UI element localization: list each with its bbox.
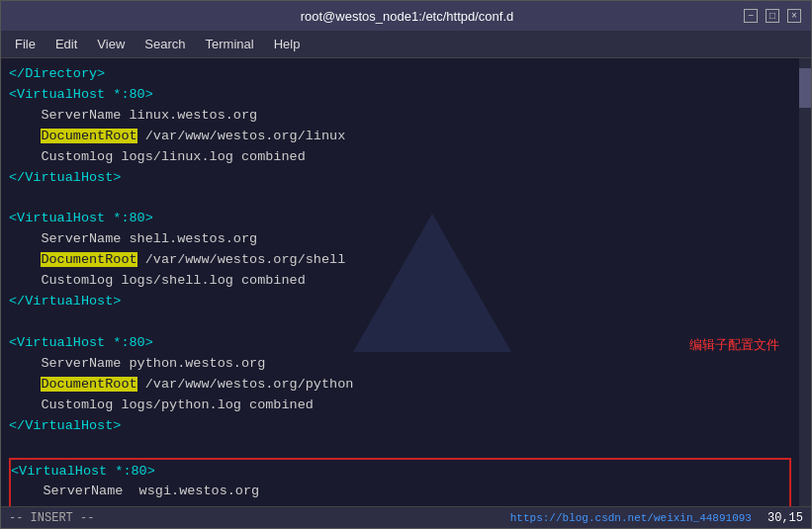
scrollbar-thumb[interactable] [799,68,811,108]
line-1: </Directory> [9,64,791,85]
menu-file[interactable]: File [7,35,44,53]
line-11: </VirtualHost> [9,292,791,312]
minimize-button[interactable]: − [744,9,758,23]
annotation-label: 编辑子配置文件 [689,336,779,354]
line-10: Customlog logs/shell.log combined [9,271,791,292]
status-url: https://blog.csdn.net/weixin_44891093 [510,512,752,524]
line-5: Customlog logs/linux.log combined [9,147,791,168]
line-blank-1 [9,189,791,210]
menu-terminal[interactable]: Terminal [198,35,262,53]
line-15: Customlog logs/python.log combined [9,396,791,416]
red-line-2: ServerName wsgi.westos.org [11,482,789,502]
line-14: DocumentRoot /var/www/westos.org/python [9,375,791,396]
title-bar: root@westos_node1:/etc/httpd/conf.d − □ … [1,1,811,31]
scrollbar[interactable] [799,58,811,506]
line-blank-3 [9,437,791,458]
menu-search[interactable]: Search [136,35,193,53]
terminal-body[interactable]: </Directory> <VirtualHost *:80> ServerNa… [1,58,811,506]
line-6: </VirtualHost> [9,168,791,189]
status-position: 30,15 [767,511,803,525]
status-bar: -- INSERT -- https://blog.csdn.net/weixi… [1,506,811,528]
line-8: ServerName shell.westos.org [9,229,791,250]
red-line-3: WSGIScriptAlias / /var/www/html/wsgi/ind… [11,502,789,506]
status-right: https://blog.csdn.net/weixin_44891093 30… [510,511,803,525]
line-9: DocumentRoot /var/www/westos.org/shell [9,250,791,271]
menu-edit[interactable]: Edit [47,35,85,53]
line-4: DocumentRoot /var/www/westos.org/linux [9,127,791,147]
line-12: <VirtualHost *:80> [9,333,791,354]
terminal-window: root@westos_node1:/etc/httpd/conf.d − □ … [0,0,812,529]
line-2: <VirtualHost *:80> [9,85,791,106]
line-16: </VirtualHost> [9,416,791,437]
red-line-1: <VirtualHost *:80> [11,462,789,483]
red-section: <VirtualHost *:80> ServerName wsgi.westo… [9,458,791,506]
menu-bar: File Edit View Search Terminal Help [1,31,811,58]
close-button[interactable]: × [787,9,801,23]
window-title: root@westos_node1:/etc/httpd/conf.d [70,9,744,24]
line-blank-2 [9,312,791,333]
maximize-button[interactable]: □ [766,9,779,23]
window-controls: − □ × [744,9,801,23]
line-7: <VirtualHost *:80> [9,209,791,229]
line-13: ServerName python.westos.org [9,354,791,375]
menu-view[interactable]: View [89,35,133,53]
content-area[interactable]: </Directory> <VirtualHost *:80> ServerNa… [1,58,799,506]
line-3: ServerName linux.westos.org [9,106,791,127]
menu-help[interactable]: Help [266,35,309,53]
status-mode: -- INSERT -- [9,511,94,525]
